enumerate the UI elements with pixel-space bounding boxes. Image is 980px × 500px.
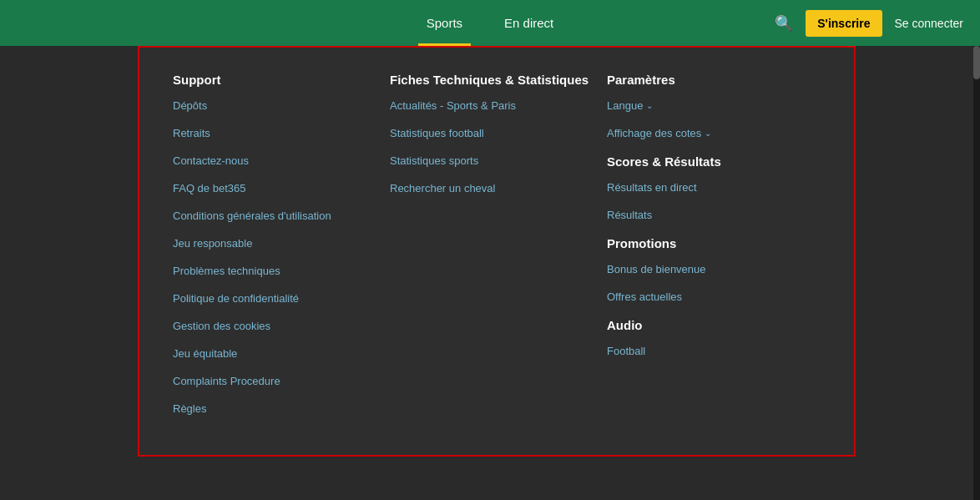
- navbar: Sports En direct 🔍 S'inscrire Se connect…: [0, 0, 980, 46]
- dropdown-col-settings: Paramètres Langue ⌄ Affichage des cotes …: [599, 64, 816, 430]
- link-actualites[interactable]: Actualités - Sports & Paris: [390, 99, 590, 112]
- link-football-audio[interactable]: Football: [607, 345, 807, 357]
- link-contactez-nous[interactable]: Contactez-nous: [173, 154, 373, 167]
- nav-sports-label: Sports: [427, 16, 462, 30]
- login-label: Se connecter: [895, 17, 964, 30]
- link-cookies[interactable]: Gestion des cookies: [173, 320, 373, 332]
- audio-title: Audio: [607, 318, 807, 332]
- link-jeu-equitable[interactable]: Jeu équitable: [173, 347, 373, 360]
- dropdown-menu: Support Dépôts Retraits Contactez-nous F…: [138, 46, 856, 457]
- link-retraits[interactable]: Retraits: [173, 127, 373, 139]
- dropdown-col-support: Support Dépôts Retraits Contactez-nous F…: [164, 64, 381, 430]
- nav-en-direct[interactable]: En direct: [496, 0, 562, 46]
- link-problemes[interactable]: Problèmes techniques: [173, 265, 373, 277]
- fiches-title: Fiches Techniques & Statistiques: [390, 73, 590, 87]
- nav-en-direct-label: En direct: [504, 16, 553, 30]
- link-langue[interactable]: Langue ⌄: [607, 99, 807, 112]
- navbar-right: 🔍 S'inscrire Se connecter: [775, 10, 963, 37]
- scrollbar-thumb[interactable]: [973, 46, 980, 79]
- scores-title: Scores & Résultats: [607, 154, 807, 169]
- link-bonus[interactable]: Bonus de bienvenue: [607, 263, 807, 275]
- link-rechercher-cheval[interactable]: Rechercher un cheval: [390, 182, 590, 194]
- link-offres[interactable]: Offres actuelles: [607, 290, 807, 303]
- link-affichage-cotes[interactable]: Affichage des cotes ⌄: [607, 127, 807, 139]
- link-politique[interactable]: Politique de confidentialité: [173, 292, 373, 305]
- link-stats-sports[interactable]: Statistiques sports: [390, 154, 590, 167]
- promotions-title: Promotions: [607, 236, 807, 250]
- link-resultats-direct[interactable]: Résultats en direct: [607, 181, 807, 194]
- link-resultats[interactable]: Résultats: [607, 209, 807, 221]
- nav-sports[interactable]: Sports: [418, 0, 471, 46]
- link-complaints[interactable]: Complaints Procedure: [173, 375, 373, 387]
- link-conditions[interactable]: Conditions générales d'utilisation: [173, 210, 373, 222]
- dropdown-col-fiches: Fiches Techniques & Statistiques Actuali…: [381, 64, 599, 430]
- chevron-cotes-icon: ⌄: [705, 129, 711, 138]
- page-wrapper: Sports En direct 🔍 S'inscrire Se connect…: [0, 0, 980, 457]
- link-regles[interactable]: Règles: [173, 402, 373, 415]
- login-button[interactable]: Se connecter: [895, 17, 964, 30]
- link-jeu-responsable[interactable]: Jeu responsable: [173, 237, 373, 250]
- link-depots[interactable]: Dépôts: [173, 99, 373, 112]
- search-button[interactable]: 🔍: [775, 14, 793, 33]
- support-title: Support: [173, 73, 373, 87]
- register-button[interactable]: S'inscrire: [806, 10, 881, 37]
- search-icon: 🔍: [775, 15, 793, 32]
- chevron-langue-icon: ⌄: [646, 101, 653, 110]
- parametres-title: Paramètres: [607, 73, 807, 87]
- link-stats-football[interactable]: Statistiques football: [390, 127, 590, 139]
- scrollbar[interactable]: [973, 46, 980, 500]
- register-label: S'inscrire: [817, 17, 870, 30]
- link-faq[interactable]: FAQ de bet365: [173, 182, 373, 194]
